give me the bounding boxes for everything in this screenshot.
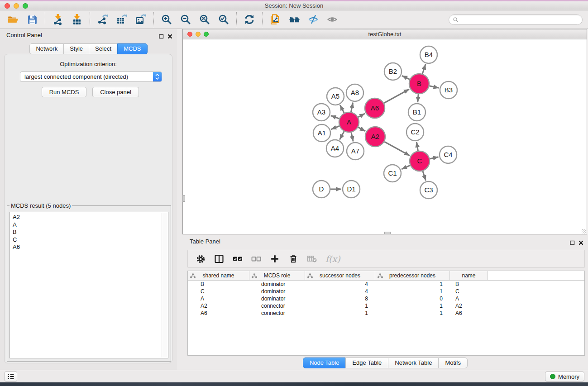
table-cell: dominator: [249, 281, 305, 287]
import-network-icon[interactable]: [48, 11, 67, 28]
graph-edge-A-A5[interactable]: [340, 105, 344, 113]
open-session-icon[interactable]: [4, 11, 23, 28]
table-cell: A: [188, 295, 249, 302]
export-network-icon[interactable]: [93, 11, 112, 28]
tab-edge-table[interactable]: Edge Table: [345, 357, 388, 368]
result-item[interactable]: B: [13, 229, 165, 236]
graph-node-label: D: [319, 185, 324, 193]
network-canvas[interactable]: B4B2BB3A5A8A6A3B1AA1A2C2A4A7C4CC1C3DD1: [183, 39, 587, 234]
column-header-name[interactable]: name: [450, 271, 488, 280]
zoom-selected-icon[interactable]: [214, 11, 233, 28]
network-graph: B4B2BB3A5A8A6A3B1AA1A2C2A4A7C4CC1C3DD1: [183, 39, 587, 234]
result-item[interactable]: A: [13, 221, 165, 229]
graph-edge-A-A1[interactable]: [331, 126, 339, 129]
zoom-fit-icon[interactable]: [195, 11, 214, 28]
add-column-icon[interactable]: [269, 253, 281, 265]
tab-select[interactable]: Select: [89, 43, 118, 54]
table-cell: dominator: [249, 295, 305, 302]
graph-edge-A-A8[interactable]: [351, 103, 353, 112]
export-table-icon[interactable]: [112, 11, 131, 28]
toolbar-separator: [236, 12, 237, 27]
graph-edge-B-B2[interactable]: [402, 76, 410, 79]
status-bar: Memory: [0, 370, 588, 382]
result-list-scrollbar[interactable]: [162, 213, 167, 357]
export-image-icon[interactable]: [131, 11, 150, 28]
tab-network[interactable]: Network: [29, 43, 64, 54]
memory-button[interactable]: Memory: [545, 372, 584, 381]
zoom-in-icon[interactable]: [157, 11, 176, 28]
splitter-handle[interactable]: [384, 232, 391, 234]
table-cell: 1: [305, 303, 375, 309]
graph-edge-A6-B[interactable]: [384, 89, 409, 103]
graph-edge-B-B4[interactable]: [422, 64, 425, 74]
refresh-icon[interactable]: [240, 11, 259, 28]
graph-edge-C-C3[interactable]: [423, 171, 426, 181]
table-cell: 1: [375, 288, 450, 295]
column-header-label: successor nodes: [320, 272, 360, 279]
close-panel-button[interactable]: Close panel: [92, 87, 139, 97]
deselect-all-rows-icon[interactable]: [250, 253, 262, 265]
graph-edge-C-C2[interactable]: [416, 142, 418, 151]
delete-columns-icon[interactable]: [287, 253, 299, 265]
graph-edge-A2-C[interactable]: [384, 142, 410, 156]
show-columns-icon[interactable]: [213, 253, 225, 265]
search-field[interactable]: [449, 14, 583, 25]
criterion-dropdown[interactable]: largest connected component (directed): [20, 71, 162, 82]
column-header-predecessor-nodes[interactable]: predecessor nodes: [375, 271, 450, 280]
table-row[interactable]: Bdominator41B: [188, 281, 584, 288]
close-panel-icon[interactable]: [167, 33, 172, 41]
graph-edge-A-A4[interactable]: [339, 131, 344, 139]
hide-graphics-details-icon[interactable]: [304, 11, 323, 28]
table-row[interactable]: Adominator80A: [188, 295, 584, 302]
column-header-successor-nodes[interactable]: successor nodes: [305, 271, 375, 280]
result-item[interactable]: A6: [13, 243, 165, 251]
import-table-icon[interactable]: [67, 11, 86, 28]
float-panel-icon[interactable]: [159, 33, 164, 41]
float-panel-icon[interactable]: [570, 239, 575, 247]
column-header-shared-name[interactable]: shared name: [188, 271, 249, 280]
close-window-button[interactable]: [5, 3, 10, 9]
table-row[interactable]: A6connector11A6: [188, 310, 584, 317]
table-header-row: shared nameMCDS rolesuccessor nodesprede…: [188, 271, 584, 281]
graph-edge-A-A6[interactable]: [358, 114, 365, 117]
main-toolbar: [0, 10, 588, 29]
graph-edge-C-C1[interactable]: [402, 165, 410, 169]
create-network-icon[interactable]: [266, 11, 285, 28]
graph-edge-A-A7[interactable]: [351, 133, 353, 142]
graph-edge-C-C4[interactable]: [430, 157, 439, 159]
tab-motifs[interactable]: Motifs: [438, 357, 468, 368]
graph-edge-B-B3[interactable]: [430, 86, 439, 88]
graph-node-label: A1: [318, 129, 326, 137]
save-session-icon[interactable]: [23, 11, 42, 28]
maximize-window-button[interactable]: [23, 3, 28, 9]
graph-node-label: A6: [371, 104, 379, 112]
tab-node-table[interactable]: Node Table: [303, 357, 346, 368]
result-item[interactable]: C: [13, 236, 165, 244]
column-settings-icon[interactable]: [195, 253, 206, 265]
maximize-network-button[interactable]: [204, 32, 209, 37]
result-item[interactable]: A2: [13, 214, 165, 221]
close-network-button[interactable]: [187, 32, 192, 37]
zoom-out-icon[interactable]: [176, 11, 195, 28]
run-mcds-button[interactable]: Run MCDS: [42, 87, 86, 97]
tab-mcds[interactable]: MCDS: [117, 43, 147, 54]
table-row[interactable]: A2connector11A2: [188, 302, 584, 310]
tab-style[interactable]: Style: [63, 43, 89, 54]
graph-edge-A-A2[interactable]: [358, 127, 365, 131]
splitter-handle[interactable]: [182, 195, 185, 202]
task-history-button[interactable]: [5, 372, 17, 381]
search-input[interactable]: [461, 16, 578, 23]
select-all-rows-icon[interactable]: [232, 253, 244, 265]
column-header-MCDS-role[interactable]: MCDS role: [249, 271, 305, 280]
mcds-result-list[interactable]: A2ABCA6: [10, 212, 168, 358]
minimize-window-button[interactable]: [14, 3, 19, 9]
graph-edge-B-B1[interactable]: [418, 94, 419, 102]
show-graphics-details-icon[interactable]: [323, 11, 342, 28]
reset-layout-icon[interactable]: [285, 11, 304, 28]
close-panel-icon[interactable]: [578, 239, 583, 247]
minimize-network-button[interactable]: [196, 32, 201, 37]
tab-network-table[interactable]: Network Table: [388, 357, 439, 368]
table-row[interactable]: Cdominator41C: [188, 288, 584, 295]
graph-edge-A-A3[interactable]: [331, 116, 339, 119]
resize-grip[interactable]: [582, 229, 586, 234]
